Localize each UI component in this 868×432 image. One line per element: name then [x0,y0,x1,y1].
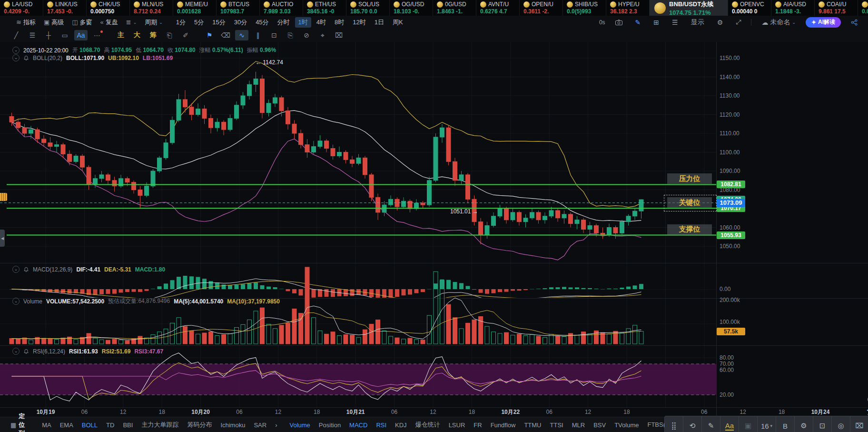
more-main-indicators[interactable]: › [271,422,281,429]
indicator-tab-MACD[interactable]: MACD [345,422,372,429]
panel-collapse-handle[interactable]: ◀ [0,230,5,247]
note-tool[interactable]: ⎘ [284,30,297,40]
indicator-tab-SAR[interactable]: SAR [249,422,271,429]
ticker-item-LA/USD[interactable]: LA/USD0.4209 -0. [0,0,43,16]
ticker-item-SOL/US[interactable]: SOL/US185.70 0.0 [346,0,390,16]
ticker-item-OPEN/U[interactable]: OPEN/U0.3611 -2. [520,0,563,16]
measure-tool[interactable]: ⊡ [267,30,281,40]
indicator-tab-主力大单跟踪[interactable]: 主力大单跟踪 [137,421,183,429]
indicator-tab-TD[interactable]: TD [102,422,118,429]
indicator-tab-BOLL[interactable]: BOLL [78,422,102,429]
collapse-chevron-icon[interactable]: ⌄ [12,266,20,273]
timeframe-15分[interactable]: 15分 [209,17,228,28]
period-button[interactable]: 周期⌄ [145,18,163,27]
multi-window-button[interactable]: ◫多窗 [72,18,92,27]
level-label-关键位[interactable]: 关键位 [667,197,712,208]
layers-button[interactable]: ☰ [669,18,681,27]
left-edge-marker[interactable] [0,193,7,201]
level-label-支撑位[interactable]: 支撑位 [667,224,712,235]
share-button[interactable] [848,19,860,26]
screenshot-button[interactable] [612,19,625,26]
indicator-tab-MA[interactable]: MA [38,422,56,429]
wave-draw-tool[interactable]: ∿ [235,30,248,40]
delete-drawing-tool[interactable]: ⌧ [332,30,345,40]
draw-mode-button[interactable]: ✎ [632,18,644,27]
low-price-annotation[interactable]: 1051.01 → [450,208,478,215]
ticker-item-AVNT/U[interactable]: AVNT/U0.6276 4.7 [476,0,520,16]
volume-profile-tool[interactable]: ∥ [251,30,265,40]
edit-note-icon[interactable]: ✎ [702,416,720,432]
add-pane-button[interactable]: ⊞ [651,18,662,27]
snapshot-icon[interactable]: ▣ [739,416,758,432]
indicator-tab-MLR[interactable]: MLR [568,422,589,429]
indicator-tab-Position[interactable]: Position [315,422,345,429]
alert-bell-icon[interactable] [23,267,29,272]
indicator-tab-Fundflow[interactable]: Fundflow [486,422,520,429]
ai-analysis-button[interactable]: ✦AI解读 [806,17,841,28]
indicator-tab-TTMU[interactable]: TTMU [520,422,545,429]
horizontal-line-tool[interactable]: ☰ [26,30,39,40]
replay-button[interactable]: «复盘 [100,18,118,27]
alert-bell-icon[interactable] [23,349,29,354]
ticker-item-ETH/US[interactable]: ETH/US3845.16 -0 [303,0,346,16]
collapse-chevron-icon[interactable]: ⌄ [12,348,20,355]
ticker-item-AIA/USD[interactable]: AIA/USD1.1848 -3. [771,0,815,16]
indicators-button[interactable]: ≋指标 [16,18,36,27]
main-chart-tool[interactable]: 主 [114,30,128,40]
ticker-item-MEME/U[interactable]: MEME/U0.001628 [173,0,217,16]
brush-tool[interactable]: ✐ [179,30,192,40]
settings-button[interactable]: ⚙ [714,18,726,27]
ticker-item-HYPE/U[interactable]: HYPE/U36.182 2.3 [606,0,650,16]
ticker-item-LINK/US[interactable]: LINK/US17.453 -0. [43,0,87,16]
timeframe-1日[interactable]: 1日 [371,17,387,28]
indicator-tab-TTSI[interactable]: TTSI [546,422,568,429]
bold-icon[interactable]: B [776,416,795,432]
timeframe-12时[interactable]: 12时 [349,17,369,28]
ticker-item-BNB/USDT永续[interactable]: BNB/USDT永续1074.75 1.71% [650,0,728,16]
locate-button[interactable]: ▦ 定位到... [7,412,34,432]
timeframe-周K[interactable]: 周K [389,17,406,28]
lock-icon[interactable]: ⊡ [813,416,832,432]
collapse-chevron-icon[interactable]: ⌄ [12,298,20,305]
undo-icon[interactable]: ⟲ [683,416,702,432]
collapse-chevron-icon[interactable]: ⌄ [12,54,20,61]
ticker-item-SHIB/US[interactable]: SHIB/US0.0(5)993 [563,0,606,16]
indicator-tab-TVolume[interactable]: TVolume [610,422,643,429]
indicator-tab-LSUR[interactable]: LSUR [444,422,470,429]
indicator-tab-BSV[interactable]: BSV [589,422,610,429]
cross-line-tool[interactable]: ┼ [42,30,55,40]
indicator-tab-Volume[interactable]: Volume [285,422,314,429]
ticker-item-AUCTIO[interactable]: AUCTIO7.989 3.03 [260,0,303,16]
timeframe-5分[interactable]: 5分 [191,17,207,28]
flag-tool[interactable]: ⚑ [203,30,216,40]
timeframe-45分[interactable]: 45分 [252,17,272,28]
chart-area[interactable]: 1150.001140.001130.001120.001110.001100.… [0,42,868,417]
timeframe-分时[interactable]: 分时 [274,17,293,28]
indicator-tab-RSI[interactable]: RSI [372,422,391,429]
font-size-icon[interactable]: 16▾ [758,416,776,432]
ticker-item-BTC/US[interactable]: BTC/US107983.7 [217,0,260,16]
timeframe-8时[interactable]: 8时 [331,17,347,28]
timeframe-4时[interactable]: 4时 [313,17,329,28]
candlestick-chart[interactable]: 1150.001140.001130.001120.001110.001100.… [0,42,868,417]
ticker-item-OG/USD[interactable]: OG/USD18.103 -0. [390,0,433,16]
indicator-tab-Ichimoku[interactable]: Ichimoku [216,422,249,429]
fullscreen-button[interactable]: ⤢ [733,18,744,27]
pin-tool[interactable]: ⌖ [316,30,329,40]
drag-handle-icon[interactable]: ⣿ [665,416,683,432]
collapse-chevron-icon[interactable]: ⌄ [12,47,20,54]
trend-line-tool[interactable]: ╱ [10,30,23,40]
text-tool[interactable]: Aa [74,30,88,40]
delete-icon[interactable]: ⌧ [850,416,868,432]
alert-bell-icon[interactable] [23,55,29,61]
ticker-item-OPENVC[interactable]: OPENVC0.00040 0 [728,0,771,16]
indicator-tab-FR[interactable]: FR [469,422,486,429]
chip-tool[interactable]: 筹 [147,30,160,40]
rectangle-tool[interactable]: ▭ [58,30,71,40]
chart-type-button[interactable]: ≣⌄ [126,19,137,26]
indicator-tab-BBI[interactable]: BBI [118,422,137,429]
eraser-tool[interactable]: ⌫ [219,30,232,40]
text-style-icon[interactable]: Aa [720,416,739,432]
magnet-tool[interactable]: ⊘ [300,30,313,40]
settings-icon[interactable]: ⚙ [795,416,813,432]
